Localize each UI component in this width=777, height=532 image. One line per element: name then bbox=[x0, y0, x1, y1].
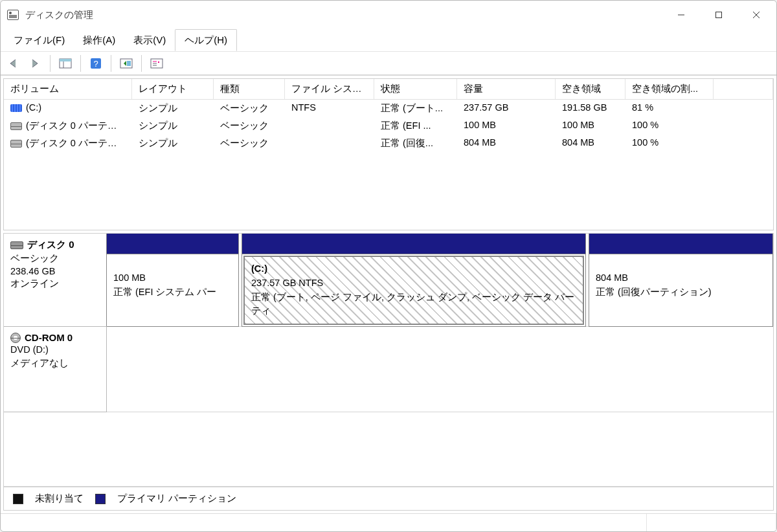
volume-layout: シンプル bbox=[132, 101, 214, 116]
volume-capacity: 804 MB bbox=[457, 136, 556, 151]
legend-swatch-unallocated bbox=[13, 494, 23, 504]
disk-info[interactable]: CD-ROM 0DVD (D:)メディアなし bbox=[4, 326, 107, 412]
col-filesystem[interactable]: ファイル システム bbox=[285, 79, 374, 99]
disk-info-line: メディアなし bbox=[10, 357, 69, 370]
window-title: ディスクの管理 bbox=[25, 9, 93, 21]
svg-text:?: ? bbox=[93, 59, 98, 69]
volume-status: 正常 (EFI ... bbox=[374, 118, 457, 133]
col-free[interactable]: 空き領域 bbox=[556, 79, 625, 99]
col-volume[interactable]: ボリューム bbox=[4, 79, 132, 99]
status-cell bbox=[647, 514, 776, 531]
status-bar bbox=[1, 513, 776, 531]
volume-type: ベーシック bbox=[214, 101, 285, 116]
partition[interactable]: (C:)237.57 GB NTFS正常 (ブート, ページ ファイル, クラッ… bbox=[242, 234, 586, 327]
volume-free-pct: 81 % bbox=[625, 101, 714, 116]
volume-name: (ディスク 0 パーティシ... bbox=[26, 138, 132, 148]
cd-icon bbox=[10, 333, 21, 343]
volume-capacity: 237.57 GB bbox=[457, 101, 556, 116]
forward-button[interactable] bbox=[27, 55, 43, 72]
refresh-button[interactable] bbox=[118, 55, 135, 72]
close-button[interactable] bbox=[738, 2, 775, 28]
disk-row: ディスク 0ベーシック238.46 GBオンライン100 MB正常 (EFI シ… bbox=[4, 234, 773, 327]
svg-rect-15 bbox=[158, 61, 159, 63]
disk-title: ディスク 0 bbox=[27, 239, 74, 251]
toolbar-separator bbox=[141, 55, 142, 72]
partition-header-bar bbox=[589, 234, 772, 254]
menu-file[interactable]: ファイル(F) bbox=[5, 29, 74, 51]
menu-action[interactable]: 操作(A) bbox=[74, 29, 124, 51]
col-status[interactable]: 状態 bbox=[374, 79, 457, 99]
legend-unallocated-label: 未割り当て bbox=[35, 493, 84, 505]
volume-row[interactable]: (C:)シンプルベーシックNTFS正常 (ブート...237.57 GB191.… bbox=[4, 100, 773, 117]
disk-icon bbox=[10, 241, 23, 249]
col-capacity[interactable]: 容量 bbox=[457, 79, 556, 99]
legend: 未割り当て プライマリ パーティション bbox=[4, 486, 773, 510]
svg-rect-1 bbox=[716, 12, 722, 18]
menubar: ファイル(F) 操作(A) 表示(V) ヘルプ(H) bbox=[1, 29, 776, 51]
disk-info-line: オンライン bbox=[10, 278, 59, 290]
volume-layout: シンプル bbox=[132, 136, 214, 151]
col-free-pct[interactable]: 空き領域の割... bbox=[625, 79, 714, 99]
volume-free: 100 MB bbox=[556, 118, 625, 133]
partition-size: 804 MB bbox=[596, 271, 766, 285]
volume-free: 804 MB bbox=[556, 136, 625, 151]
app-icon bbox=[7, 10, 19, 20]
back-button[interactable] bbox=[6, 55, 23, 72]
partition-header-bar bbox=[107, 234, 238, 254]
menu-help[interactable]: ヘルプ(H) bbox=[175, 29, 237, 51]
legend-primary-label: プライマリ パーティション bbox=[117, 493, 236, 505]
panel-toggle-button[interactable] bbox=[57, 55, 74, 72]
volume-icon bbox=[10, 104, 22, 112]
disk-graphical-panel: ディスク 0ベーシック238.46 GBオンライン100 MB正常 (EFI シ… bbox=[3, 233, 774, 511]
svg-rect-5 bbox=[60, 59, 71, 61]
volume-free: 191.58 GB bbox=[556, 101, 625, 116]
partition-status: 正常 (回復パーティション) bbox=[596, 285, 766, 300]
svg-rect-10 bbox=[127, 61, 131, 66]
volume-fs bbox=[285, 118, 374, 133]
volume-type: ベーシック bbox=[214, 136, 285, 151]
properties-button[interactable] bbox=[148, 55, 165, 72]
disk-info-line: DVD (D:) bbox=[10, 344, 49, 355]
status-cell bbox=[1, 514, 647, 531]
volume-type: ベーシック bbox=[214, 118, 285, 133]
window: ディスクの管理 ファイル(F) 操作(A) 表示(V) ヘルプ(H) ? ボリュ… bbox=[0, 0, 777, 532]
titlebar[interactable]: ディスクの管理 bbox=[1, 1, 776, 29]
maximize-button[interactable] bbox=[700, 2, 738, 28]
col-layout[interactable]: レイアウト bbox=[132, 79, 214, 99]
volume-status: 正常 (ブート... bbox=[374, 101, 457, 116]
partition[interactable]: 804 MB正常 (回復パーティション) bbox=[589, 234, 773, 327]
volume-status: 正常 (回復... bbox=[374, 136, 457, 151]
volume-list: ボリューム レイアウト 種類 ファイル システム 状態 容量 空き領域 空き領域… bbox=[3, 78, 774, 230]
disk-info[interactable]: ディスク 0ベーシック238.46 GBオンライン bbox=[4, 234, 107, 327]
toolbar-separator bbox=[111, 55, 111, 72]
partition-title: (C:) bbox=[251, 262, 576, 276]
volume-name: (C:) bbox=[26, 102, 41, 113]
partition-container bbox=[106, 327, 773, 412]
partition-header-bar bbox=[242, 234, 585, 254]
disk-row: CD-ROM 0DVD (D:)メディアなし bbox=[4, 327, 773, 412]
minimize-button[interactable] bbox=[662, 2, 700, 28]
partition-status: 正常 (ブート, ページ ファイル, クラッシュ ダンプ, ベーシック データ … bbox=[251, 291, 576, 319]
partition-container: 100 MB正常 (EFI システム パー(C:)237.57 GB NTFS正… bbox=[106, 234, 773, 326]
volume-fs bbox=[285, 136, 374, 151]
volume-free-pct: 100 % bbox=[625, 118, 714, 133]
menu-view[interactable]: 表示(V) bbox=[124, 29, 175, 51]
volume-free-pct: 100 % bbox=[625, 136, 714, 151]
volume-fs: NTFS bbox=[285, 101, 374, 116]
partition-size: 237.57 GB NTFS bbox=[251, 276, 576, 291]
col-type[interactable]: 種類 bbox=[214, 79, 285, 99]
partition[interactable]: 100 MB正常 (EFI システム パー bbox=[106, 234, 239, 327]
volume-row[interactable]: (ディスク 0 パーティシ...シンプルベーシック正常 (EFI ...100 … bbox=[4, 117, 773, 135]
legend-swatch-primary bbox=[95, 494, 106, 504]
disk-title: CD-ROM 0 bbox=[25, 332, 73, 343]
volume-row[interactable]: (ディスク 0 パーティシ...シンプルベーシック正常 (回復...804 MB… bbox=[4, 135, 773, 152]
toolbar-separator bbox=[80, 55, 81, 72]
partition-size: 100 MB bbox=[113, 271, 232, 285]
disk-info-line: ベーシック bbox=[10, 252, 59, 265]
volume-header-row: ボリューム レイアウト 種類 ファイル システム 状態 容量 空き領域 空き領域… bbox=[4, 79, 773, 100]
help-button[interactable]: ? bbox=[87, 55, 104, 72]
partition-status: 正常 (EFI システム パー bbox=[113, 285, 232, 300]
volume-name: (ディスク 0 パーティシ... bbox=[26, 120, 132, 131]
volume-layout: シンプル bbox=[132, 118, 214, 133]
toolbar-separator bbox=[50, 55, 51, 72]
